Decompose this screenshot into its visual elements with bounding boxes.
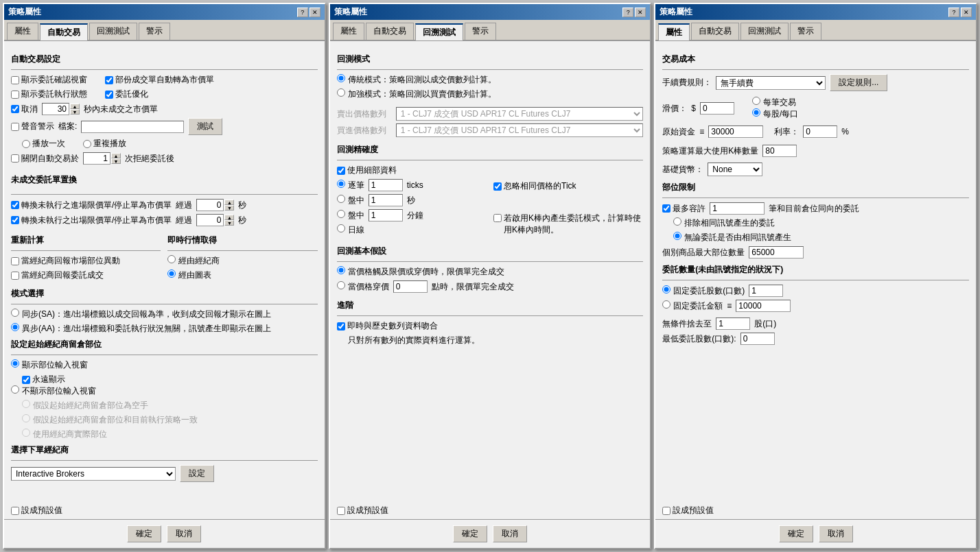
trad-mode-radio[interactable] <box>337 74 345 82</box>
set-default-checkbox-1[interactable] <box>11 507 19 515</box>
base-currency-dropdown[interactable]: None <box>708 163 762 176</box>
mode2-radio[interactable] <box>11 323 19 331</box>
test-button[interactable]: 測試 <box>188 118 222 135</box>
replace-entry-up[interactable]: ▲ <box>224 200 234 205</box>
always-show-checkbox[interactable] <box>22 376 30 384</box>
broker-pos-radio[interactable] <box>22 429 30 437</box>
replace-entry-checkbox[interactable] <box>11 201 19 209</box>
per-trade-radio-label[interactable]: 每筆交易 <box>752 97 798 108</box>
set-default-checkbox-label-2[interactable]: 設成預設值 <box>337 505 644 516</box>
replace-exit-checkbox[interactable] <box>11 216 19 224</box>
broker-pos-radio-label[interactable]: 使用經紀商實際部位 <box>22 429 107 440</box>
full-fill-radio[interactable] <box>337 266 345 274</box>
any-radio[interactable] <box>673 232 681 240</box>
tab-alert-2[interactable]: 警示 <box>465 23 496 40</box>
intraday-min-radio-label[interactable]: 盤中 <box>337 210 364 221</box>
fixed-amount-radio[interactable] <box>662 300 670 309</box>
intraday-sec-radio[interactable] <box>337 195 345 203</box>
per-share-radio-label[interactable]: 每股/每口 <box>752 108 798 120</box>
tab-auto-trade-1[interactable]: 自動交易 <box>40 23 88 40</box>
enhanced-mode-radio[interactable] <box>337 88 345 97</box>
max-kbar-value[interactable] <box>762 145 797 157</box>
close-auto-checkbox[interactable] <box>11 154 19 163</box>
sync-realtime-checkbox-label[interactable]: 即時與歷史數列資料吻合 <box>337 320 438 332</box>
per-share-radio[interactable] <box>752 108 760 117</box>
rt2-radio[interactable] <box>167 269 176 278</box>
show-position-radio[interactable] <box>11 359 19 368</box>
set-default-checkbox-label-3[interactable]: 設成預設值 <box>662 505 969 516</box>
cancel-up[interactable]: ▲ <box>70 104 80 109</box>
mode1-radio-label[interactable]: 同步(SA)：進/出場標籤以成交回報為準，收到成交回報才顯示在圖上 <box>11 309 271 320</box>
max-allow-checkbox[interactable] <box>662 204 670 213</box>
price-cross-radio[interactable] <box>337 281 345 289</box>
confirm-order-checkbox[interactable] <box>11 76 19 84</box>
cancel-checkbox[interactable] <box>11 105 19 113</box>
recalc1-checkbox-label[interactable]: 當經紀商回報市場部位異動 <box>11 255 120 267</box>
full-fill-radio-label[interactable]: 當價格觸及限價或穿價時，限價單完全成交 <box>337 266 504 278</box>
tab-backtest-3[interactable]: 回溯測試 <box>740 23 789 40</box>
tab-backtest-1[interactable]: 回溯測試 <box>89 23 137 40</box>
mode2-radio-label[interactable]: 異步(AA)：進/出場標籤和委託執行狀況無關，訊號產生即顯示在圖上 <box>11 323 271 335</box>
set-rule-button[interactable]: 設定規則... <box>830 74 887 91</box>
close-button-1[interactable]: ✕ <box>310 8 320 17</box>
partial-fill-checkbox-label[interactable]: 部份成交單自動轉為市價單 <box>105 74 214 86</box>
tab-alert-1[interactable]: 警示 <box>139 23 170 40</box>
ignore-tick-checkbox-label[interactable]: 忽略相同價格的Tick <box>493 180 576 192</box>
empty-pos-radio-label[interactable]: 假設起始經紀商留倉部位為空手 <box>22 400 148 411</box>
price-cross-value[interactable] <box>393 280 428 293</box>
replace-exit-down[interactable]: ▼ <box>224 220 234 226</box>
tab-property-1[interactable]: 屬性 <box>7 23 38 40</box>
indiv-max-value[interactable] <box>749 246 804 259</box>
tab-backtest-2[interactable]: 回溯測試 <box>415 23 463 40</box>
hide-position-radio[interactable] <box>11 385 19 394</box>
optimize-checkbox-label[interactable]: 委託優化 <box>105 88 148 100</box>
max-allow-checkbox-label[interactable]: 最多容許 <box>662 203 705 215</box>
ok-button-1[interactable]: 確定 <box>127 525 161 542</box>
unconditional-value[interactable] <box>716 317 750 330</box>
price-cross-radio-label[interactable]: 當價格穿價 <box>337 281 389 293</box>
intraday-sec-value[interactable] <box>369 194 403 206</box>
min-shares-value[interactable] <box>740 333 775 345</box>
replace-exit-up[interactable]: ▲ <box>224 215 234 220</box>
optimize-checkbox[interactable] <box>105 91 113 99</box>
slippage-value[interactable] <box>700 102 734 115</box>
close-auto-value[interactable] <box>83 152 110 165</box>
play-once-label[interactable]: 播放一次 <box>22 138 65 149</box>
rt1-radio[interactable] <box>167 255 176 263</box>
mode1-radio[interactable] <box>11 309 19 317</box>
ok-button-3[interactable]: 確定 <box>779 525 813 542</box>
confirm-order-checkbox-label[interactable]: 顯示委託確認視窗 <box>11 74 87 86</box>
fixed-shares-radio[interactable] <box>662 285 670 293</box>
same-pos-radio[interactable] <box>22 414 30 422</box>
replace-exit-value[interactable] <box>196 214 224 226</box>
daily-radio[interactable] <box>337 224 345 232</box>
intraday-sec-radio-label[interactable]: 盤中 <box>337 195 364 206</box>
use-detail-checkbox[interactable] <box>337 167 345 175</box>
close-auto-down[interactable]: ▼ <box>111 158 121 164</box>
enhanced-mode-radio-label[interactable]: 加強模式：策略回測以買賣價數列計算。 <box>337 88 496 100</box>
same-pos-radio-label[interactable]: 假設起始經紀商留倉部位和目前執行策略一致 <box>22 414 198 426</box>
any-radio-label[interactable]: 無論委託是否由相同訊號產生 <box>673 232 791 243</box>
daily-radio-label[interactable]: 日線 <box>337 224 364 236</box>
fixed-amount-value[interactable] <box>736 300 791 312</box>
play-repeat-label[interactable]: 重複播放 <box>83 138 126 149</box>
replace-entry-value[interactable] <box>196 199 224 211</box>
cancel-value[interactable] <box>42 103 69 115</box>
broker-dropdown[interactable]: Interactive Brokers <box>11 467 176 481</box>
cancel-button-2[interactable]: 取消 <box>493 525 527 542</box>
close-button-2[interactable]: ✕ <box>635 8 646 17</box>
recalc2-checkbox-label[interactable]: 當經紀商回報委託成交 <box>11 269 104 281</box>
use-detail-checkbox-label[interactable]: 使用細部資料 <box>337 165 397 176</box>
show-status-checkbox-label[interactable]: 顯示委託執行狀態 <box>11 88 87 100</box>
interest-value[interactable] <box>803 125 837 138</box>
recalc1-checkbox[interactable] <box>11 257 19 265</box>
cancel-button-3[interactable]: 取消 <box>819 525 853 542</box>
tab-property-3[interactable]: 屬性 <box>658 23 690 40</box>
tick-radio-label[interactable]: 逐筆 <box>337 180 364 191</box>
help-button-2[interactable]: ? <box>622 8 633 17</box>
exclude-radio[interactable] <box>673 217 681 226</box>
play-repeat-radio[interactable] <box>83 140 91 148</box>
cancel-checkbox-label[interactable]: 取消 <box>11 104 38 115</box>
intraday-min-radio[interactable] <box>337 210 345 218</box>
exclude-radio-label[interactable]: 排除相同訊號產生的委託 <box>673 217 775 229</box>
